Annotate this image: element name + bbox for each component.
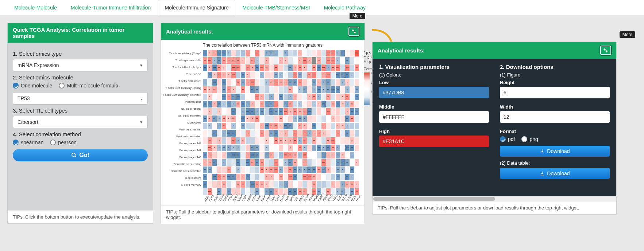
config-panel-header: Quick TCGA Analysis: Correlation in tumo… <box>8 23 153 43</box>
molecule-select[interactable]: TP53 ⌄ <box>13 92 148 105</box>
radio-checked-icon <box>13 140 19 145</box>
results-panel: More Analytical results: The correlation… <box>161 23 365 224</box>
analysis-config-panel: Quick TCGA Analysis: Correlation in tumo… <box>7 23 153 224</box>
results-panel-tips: TIPs: Pull the sidebar to adjust plot pa… <box>161 205 365 224</box>
svg-line-1 <box>75 156 76 157</box>
width-label: Width <box>500 104 610 110</box>
data-table-label: (2) Data table: <box>500 160 610 166</box>
tab-molecule-immune-signature[interactable]: Molecule-Immune Signature <box>158 0 235 15</box>
low-color-input[interactable] <box>379 87 489 98</box>
radio-checked-icon <box>13 83 19 89</box>
more-tooltip: More <box>620 31 635 38</box>
radio-checked-icon <box>500 136 506 142</box>
download-options-heading: 2. Download options <box>500 64 610 70</box>
svg-point-2 <box>352 30 354 31</box>
viz-params-heading: 1. Visualization parameters <box>379 64 489 70</box>
more-tooltip: More <box>350 13 365 19</box>
settings-panel-tips: TIPs: Pull the sidebar to adjust plot pa… <box>373 201 616 214</box>
download-icon <box>540 171 545 176</box>
radio-format-png[interactable]: png <box>521 136 538 142</box>
omics-type-label: 1. Select omics type <box>13 51 148 57</box>
results-panel-title: Analytical results: <box>166 28 213 35</box>
heatmap-chart: T cells regulatory (Tregs)T cells gamma … <box>162 50 360 204</box>
height-input[interactable] <box>500 87 610 98</box>
go-button[interactable]: Go! <box>13 149 148 161</box>
til-type-value: Cibersort <box>18 119 38 125</box>
radio-unchecked-icon <box>521 136 527 142</box>
gears-icon <box>603 47 609 53</box>
middle-color-label: Middle <box>379 104 489 110</box>
omics-type-value: mRNA Expression <box>18 62 59 68</box>
config-panel-tips: TIPs: Click the bottom button to execute… <box>8 210 153 223</box>
molecule-value: TP53 <box>18 95 30 101</box>
corr-method-label: 4. Select correlation method <box>13 131 148 137</box>
svg-point-0 <box>72 153 75 156</box>
settings-panel: Analytical results: 1. Visualization par… <box>372 42 617 215</box>
omics-type-select[interactable]: mRNA Expression ▼ <box>13 59 148 71</box>
heatmap-title: The correlation between TP53 mRNA with i… <box>162 43 363 48</box>
high-color-label: High <box>379 129 489 134</box>
gears-icon <box>351 28 357 34</box>
radio-multi-molecule[interactable]: Multi-molecule formula <box>59 83 118 89</box>
high-color-input[interactable] <box>379 136 489 147</box>
radio-format-pdf[interactable]: pdf <box>500 136 515 142</box>
svg-point-5 <box>606 51 608 52</box>
caret-down-icon: ▼ <box>139 120 143 124</box>
tab-molecule-molecule[interactable]: Molecule-Molecule <box>7 0 64 15</box>
middle-color-input[interactable] <box>379 111 489 123</box>
caret-down-icon: ▼ <box>139 63 143 67</box>
format-label: Format <box>500 129 610 134</box>
svg-point-3 <box>354 32 356 33</box>
settings-gear-button[interactable] <box>600 46 611 55</box>
search-icon <box>71 152 77 158</box>
omics-molecule-label: 2. Select omics molecule <box>13 74 148 81</box>
settings-gear-button[interactable] <box>348 27 359 36</box>
tab-molecule-immune-infiltration[interactable]: Molecule-Tumor Immune Infiltration <box>64 0 158 15</box>
figure-label: (1) Figure: <box>500 72 610 78</box>
radio-unchecked-icon <box>59 83 65 89</box>
horizontal-scrollbar[interactable] <box>373 196 616 201</box>
radio-spearman[interactable]: spearman <box>13 140 43 145</box>
til-types-label: 3. Select TIL cell types <box>13 107 148 114</box>
nav-tabs: Molecule-Molecule Molecule-Tumor Immune … <box>0 0 644 15</box>
width-input[interactable] <box>500 111 610 123</box>
download-figure-button[interactable]: Download <box>500 146 610 157</box>
radio-one-molecule[interactable]: One molecule <box>13 83 52 89</box>
settings-panel-title: Analytical results: <box>378 47 425 54</box>
download-icon <box>540 149 545 154</box>
colorbar <box>364 72 370 105</box>
low-color-label: Low <box>379 80 489 85</box>
tab-molecule-tmb-stemness-msi[interactable]: Molecule-TMB/Stemness/MSI <box>235 0 317 15</box>
svg-point-4 <box>604 48 605 50</box>
radio-pearson[interactable]: pearson <box>50 140 77 145</box>
radio-unchecked-icon <box>50 140 56 145</box>
colors-label: (1) Colors: <box>379 72 489 78</box>
til-type-select[interactable]: Cibersort ▼ <box>13 116 148 128</box>
chevron-down-icon: ⌄ <box>140 97 143 101</box>
download-table-button[interactable]: Download <box>500 168 610 179</box>
height-label: Height <box>500 80 610 85</box>
